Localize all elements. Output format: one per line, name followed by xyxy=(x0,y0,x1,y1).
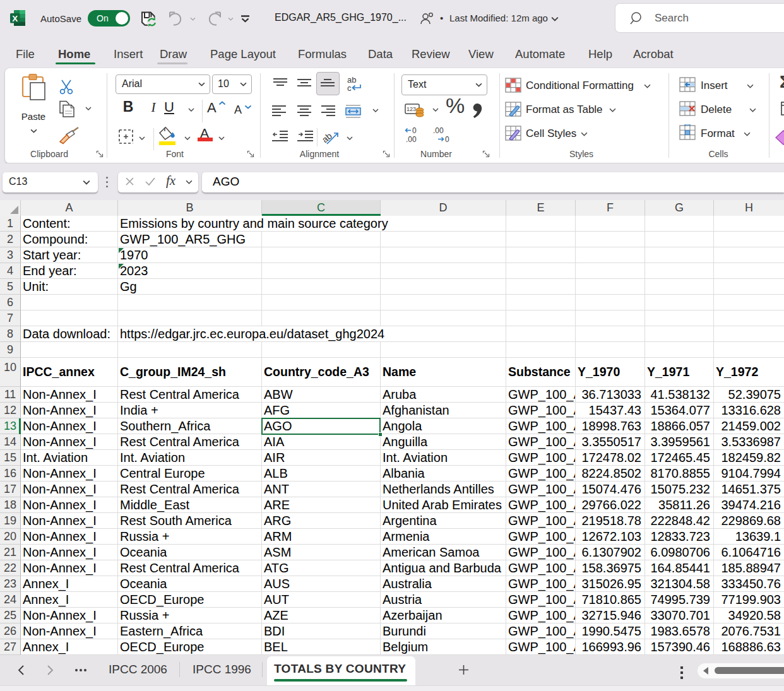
svg-text:0: 0 xyxy=(445,135,449,144)
svg-text:.00: .00 xyxy=(433,126,444,135)
svg-text:X: X xyxy=(12,14,18,23)
svg-text:0: 0 xyxy=(412,126,417,135)
svg-text:c: c xyxy=(347,83,352,93)
svg-text:123: 123 xyxy=(407,106,416,112)
svg-text:.00: .00 xyxy=(406,135,417,144)
